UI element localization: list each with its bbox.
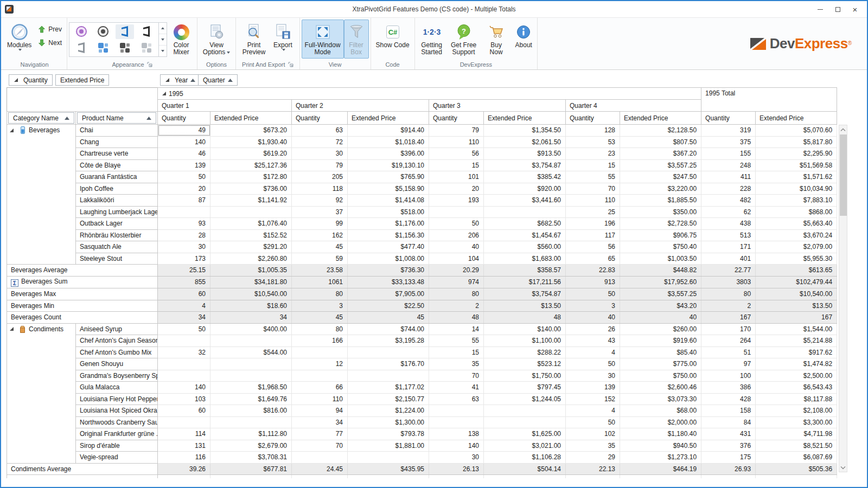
data-cell[interactable]: 94: [292, 405, 348, 417]
data-cell[interactable]: 20: [158, 183, 210, 195]
data-cell[interactable]: $291.20: [210, 241, 292, 253]
data-cell[interactable]: $51,569.58: [756, 159, 837, 171]
data-cell[interactable]: $913.50: [484, 148, 566, 160]
data-cell[interactable]: 63: [292, 125, 348, 137]
summary-label-cell[interactable]: ΣBeverages Sum: [7, 276, 158, 288]
vertical-scrollbar[interactable]: [839, 125, 847, 472]
data-cell[interactable]: 15: [566, 159, 620, 171]
data-cell[interactable]: $3,300.00: [756, 416, 837, 428]
scrollbar-thumb[interactable]: [840, 134, 847, 216]
skin-item-squares-blue[interactable]: [94, 41, 112, 55]
data-cell[interactable]: 70: [292, 440, 348, 452]
data-cell[interactable]: 50: [566, 358, 620, 370]
close-button[interactable]: ×: [846, 3, 864, 15]
data-cell[interactable]: 431: [701, 428, 756, 440]
data-cell[interactable]: $736.00: [210, 183, 292, 195]
data-cell[interactable]: $744.00: [348, 323, 429, 335]
summary-cell[interactable]: 26.13: [429, 463, 484, 475]
data-cell[interactable]: 4: [566, 346, 620, 358]
data-cell[interactable]: $2,295.90: [756, 148, 837, 160]
data-cell[interactable]: $8,521.50: [756, 440, 837, 452]
data-cell[interactable]: $5,955.30: [756, 253, 837, 265]
summary-label-cell[interactable]: Beverages Min: [7, 300, 158, 312]
data-cell[interactable]: $1,454.67: [484, 229, 566, 241]
dialog-launcher-icon[interactable]: [147, 62, 152, 67]
data-cell[interactable]: [158, 206, 210, 218]
data-cell[interactable]: [429, 405, 484, 417]
data-cell[interactable]: $750.40: [620, 241, 701, 253]
data-cell[interactable]: 104: [429, 253, 484, 265]
summary-cell[interactable]: $17,952.60: [620, 276, 701, 288]
scrollbar-up-button[interactable]: [839, 125, 847, 134]
data-cell[interactable]: 118: [292, 183, 348, 195]
skin-item-office-gray[interactable]: [72, 41, 91, 55]
data-cell[interactable]: $914.40: [348, 125, 429, 137]
summary-cell[interactable]: 45: [292, 312, 348, 324]
data-cell[interactable]: 193: [429, 195, 484, 207]
data-cell[interactable]: 103: [158, 393, 210, 405]
summary-cell[interactable]: 25.15: [158, 265, 210, 277]
data-cell[interactable]: $940.50: [620, 440, 701, 452]
summary-cell[interactable]: 3: [566, 300, 620, 312]
data-cell[interactable]: $1,106.28: [484, 452, 566, 464]
data-cell[interactable]: $247.50: [620, 171, 701, 183]
data-cell[interactable]: 102: [566, 428, 620, 440]
data-cell[interactable]: $919.60: [620, 335, 701, 347]
data-cell[interactable]: $1,414.08: [348, 195, 429, 207]
column-header-quarter[interactable]: Quarter 4: [566, 100, 701, 112]
data-cell[interactable]: 35: [429, 358, 484, 370]
data-cell[interactable]: 15: [429, 346, 484, 358]
column-total-header[interactable]: 1995 Total: [701, 88, 837, 112]
data-cell[interactable]: $2,108.00: [756, 405, 837, 417]
data-cell[interactable]: 319: [701, 125, 756, 137]
data-cell[interactable]: 173: [158, 253, 210, 265]
data-cell[interactable]: $68.00: [620, 405, 701, 417]
summary-cell[interactable]: 4: [158, 300, 210, 312]
product-cell[interactable]: Vegie-spread: [76, 452, 158, 464]
product-cell[interactable]: Chartreuse verte: [76, 148, 158, 160]
data-cell[interactable]: 29: [566, 452, 620, 464]
data-cell[interactable]: 411: [701, 171, 756, 183]
data-cell[interactable]: [484, 405, 566, 417]
summary-cell[interactable]: 40: [566, 312, 620, 324]
maximize-button[interactable]: [829, 3, 846, 15]
data-cell[interactable]: $2,000.00: [620, 416, 701, 428]
data-cell[interactable]: $523.12: [484, 358, 566, 370]
summary-cell[interactable]: 1061: [292, 276, 348, 288]
data-cell[interactable]: $385.42: [484, 171, 566, 183]
skin-item-squares-dark[interactable]: [116, 41, 134, 55]
data-cell[interactable]: [158, 370, 210, 382]
summary-cell[interactable]: 26.93: [701, 463, 756, 475]
data-cell[interactable]: $765.90: [348, 171, 429, 183]
data-cell[interactable]: $1,354.50: [484, 125, 566, 137]
data-cell[interactable]: $920.00: [484, 183, 566, 195]
product-cell[interactable]: Lakkalikööri: [76, 195, 158, 207]
product-cell[interactable]: Louisiana Fiery Hot Pepper ...: [76, 393, 158, 405]
summary-cell[interactable]: $464.19: [620, 463, 701, 475]
summary-cell[interactable]: 48: [429, 312, 484, 324]
product-cell[interactable]: Genen Shouyu: [76, 358, 158, 370]
filter-box-button[interactable]: Filter Box: [344, 20, 369, 59]
data-cell[interactable]: 138: [429, 428, 484, 440]
summary-cell[interactable]: $22.50: [348, 300, 429, 312]
data-cell[interactable]: 131: [158, 440, 210, 452]
data-cell[interactable]: 72: [292, 136, 348, 148]
summary-cell[interactable]: $358.57: [484, 265, 566, 277]
product-cell[interactable]: Outback Lager: [76, 218, 158, 230]
data-cell[interactable]: 26: [566, 323, 620, 335]
measure-header-quantity[interactable]: Quantity: [566, 112, 620, 125]
data-cell[interactable]: [484, 206, 566, 218]
data-cell[interactable]: 70: [429, 370, 484, 382]
data-cell[interactable]: $560.00: [484, 241, 566, 253]
data-cell[interactable]: $6,543.43: [756, 382, 837, 394]
data-field-extended-price-button[interactable]: Extended Price: [55, 74, 109, 86]
data-cell[interactable]: 20: [429, 183, 484, 195]
data-cell[interactable]: [158, 358, 210, 370]
summary-cell[interactable]: $504.14: [484, 463, 566, 475]
product-cell[interactable]: Louisiana Hot Spiced Okra: [76, 405, 158, 417]
data-cell[interactable]: [210, 370, 292, 382]
data-field-quantity-button[interactable]: Quantity: [9, 74, 53, 86]
data-cell[interactable]: $3,670.24: [756, 229, 837, 241]
data-cell[interactable]: $2,079.00: [756, 241, 837, 253]
data-cell[interactable]: 35: [566, 440, 620, 452]
